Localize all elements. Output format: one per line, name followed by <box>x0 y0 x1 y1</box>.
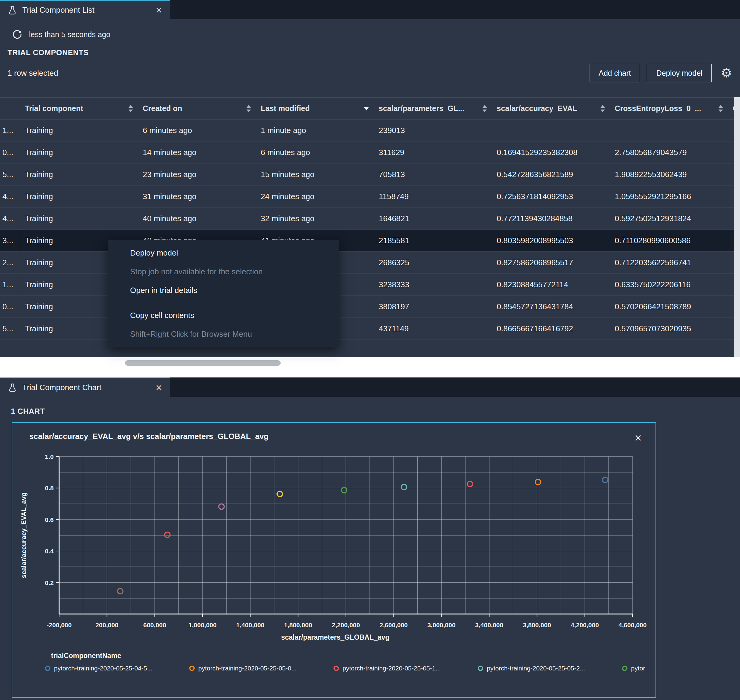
table-header-row: Trial componentCreated onLast modifiedsc… <box>0 98 740 119</box>
scatter-plot: -200,000200,000600,0001,000,0001,400,000… <box>34 451 655 632</box>
legend-label: pytorch-training-2020-05-25-04-5... <box>54 665 152 672</box>
close-tab-icon[interactable]: × <box>156 382 162 393</box>
data-point[interactable] <box>219 504 224 509</box>
cell: 4... <box>0 207 20 229</box>
table-row[interactable]: 4...Training40 minutes ago32 minutes ago… <box>0 207 740 229</box>
column-label: CrossEntropyLoss_0_... <box>615 104 701 113</box>
add-chart-button[interactable]: Add chart <box>589 64 640 82</box>
legend-color-icon <box>622 666 627 671</box>
refresh-icon[interactable] <box>12 29 22 40</box>
cell: 14 minutes ago <box>138 141 256 163</box>
cell: Training <box>20 207 138 229</box>
cell: 1 minute ago <box>256 119 374 141</box>
data-point[interactable] <box>602 477 608 482</box>
legend-item[interactable]: pytorch-training-2020-05-25-04-5... <box>45 665 189 672</box>
x-axis-label: scalar/parameters_GLOBAL_avg <box>34 633 637 641</box>
cell: 5... <box>0 318 20 340</box>
sort-toggle-icon[interactable] <box>718 104 724 113</box>
table-row[interactable]: 1...Training6 minutes ago1 minute ago239… <box>0 119 740 141</box>
tab-trial-component-list[interactable]: Trial Component List × <box>0 0 170 19</box>
list-content: less than 5 seconds ago TRIAL COMPONENTS… <box>0 19 740 357</box>
cell: 0.8665667166416792 <box>492 318 610 340</box>
column-header-last-modified[interactable]: Last modified <box>256 98 374 119</box>
data-point[interactable] <box>118 588 123 594</box>
cell: 32 minutes ago <box>256 207 374 229</box>
app: Trial Component List × less than 5 secon… <box>0 0 740 700</box>
context-menu-item[interactable]: Deploy model <box>108 244 338 262</box>
vertical-scrollbar[interactable] <box>734 97 740 357</box>
cell: Training <box>20 163 138 185</box>
legend-item[interactable]: pytor <box>622 665 656 672</box>
legend-title: trialComponentName <box>51 652 656 660</box>
context-menu-item[interactable]: Open in trial details <box>108 281 338 300</box>
column-label: scalar/accuracy_EVAL <box>497 104 577 113</box>
data-point[interactable] <box>402 484 407 490</box>
column-label: Trial component <box>25 104 83 113</box>
data-point[interactable] <box>277 491 282 497</box>
settings-gear-icon[interactable]: ⚙ <box>721 67 732 79</box>
cell: 0.5709657073020935 <box>610 318 728 340</box>
cell: Training <box>20 119 138 141</box>
legend-item[interactable]: pytorch-training-2020-05-25-05-1... <box>334 665 478 672</box>
table-row[interactable]: 4...Training31 minutes ago24 minutes ago… <box>0 185 740 207</box>
cell: 2... <box>0 251 20 274</box>
column-header-created-on[interactable]: Created on <box>138 98 256 119</box>
toolbar-actions: Add chart Deploy model ⚙ <box>589 64 732 82</box>
chart-tab-bar: Trial Component Chart × <box>0 378 740 397</box>
data-point[interactable] <box>165 532 170 537</box>
column-header-cross-entropy-loss[interactable]: CrossEntropyLoss_0_... <box>610 98 728 119</box>
context-menu-item: Stop job not available for the selection <box>108 262 338 281</box>
sort-desc-icon[interactable] <box>363 106 370 111</box>
cell: 1646821 <box>374 207 492 229</box>
column-header-scalar-accuracy-eval[interactable]: scalar/accuracy_EVAL <box>492 98 610 119</box>
y-tick-label: 1.0 <box>45 453 54 460</box>
x-tick-label: 1,800,000 <box>284 622 312 628</box>
column-header-trial-component[interactable]: Trial component <box>20 98 138 119</box>
cell: 1.908922553062439 <box>610 163 728 185</box>
section-title: TRIAL COMPONENTS <box>7 48 740 57</box>
tab-trial-component-chart[interactable]: Trial Component Chart × <box>0 378 170 397</box>
sort-toggle-icon[interactable] <box>128 104 134 113</box>
legend-label: pytorch-training-2020-05-25-05-2... <box>487 665 585 672</box>
tab-title: Trial Component List <box>22 6 150 15</box>
y-axis-label: scalar/accuracy_EVAL_avg <box>20 451 28 620</box>
sort-toggle-icon[interactable] <box>246 104 252 113</box>
legend-item[interactable]: pytorch-training-2020-05-25-05-0... <box>189 665 334 672</box>
context-menu-item[interactable]: Copy cell contents <box>108 306 338 325</box>
cell: 3238333 <box>374 274 492 296</box>
x-tick-label: 2,200,000 <box>332 622 360 628</box>
deploy-model-button[interactable]: Deploy model <box>647 64 712 82</box>
x-tick-label: 3,400,000 <box>475 622 503 628</box>
legend: pytorch-training-2020-05-25-04-5...pytor… <box>45 665 656 672</box>
horizontal-scrollbar-track[interactable] <box>0 357 740 378</box>
column-label: Created on <box>143 104 182 113</box>
sort-toggle-icon[interactable] <box>600 104 606 113</box>
column-header-scalar-parameters-global[interactable]: scalar/parameters_GL... <box>374 98 492 119</box>
cell: 311629 <box>374 141 492 163</box>
chart-card-header: scalar/accuracy_EVAL_avg v/s scalar/para… <box>12 423 656 444</box>
x-tick-label: 3,800,000 <box>523 622 551 628</box>
cell: 2185581 <box>374 229 492 251</box>
cell: 4371149 <box>374 318 492 340</box>
context-menu: Deploy modelStop job not available for t… <box>108 240 339 347</box>
column-label: scalar/parameters_GL... <box>379 104 465 113</box>
horizontal-scrollbar-thumb[interactable] <box>125 360 281 366</box>
table-row[interactable]: 5...Training23 minutes ago15 minutes ago… <box>0 163 740 185</box>
cell <box>492 119 610 141</box>
data-point[interactable] <box>467 481 472 487</box>
sort-toggle-icon[interactable] <box>482 104 488 113</box>
close-chart-icon[interactable]: × <box>635 432 641 444</box>
menu-divider <box>108 303 338 303</box>
cell: 0.16941529235382308 <box>492 141 610 163</box>
x-tick-label: -200,000 <box>47 622 72 628</box>
data-point[interactable] <box>536 479 541 485</box>
flask-icon <box>8 6 17 15</box>
legend-item[interactable]: pytorch-training-2020-05-25-05-2... <box>478 665 622 672</box>
selection-status: 1 row selected <box>7 69 58 78</box>
cell: 1... <box>0 119 20 141</box>
cell: Training <box>20 185 138 207</box>
table-row[interactable]: 0...Training14 minutes ago6 minutes ago3… <box>0 141 740 163</box>
context-menu-item: Shift+Right Click for Browser Menu <box>108 325 338 343</box>
close-tab-icon[interactable]: × <box>156 5 162 16</box>
y-tick-label: 0.4 <box>45 548 54 554</box>
